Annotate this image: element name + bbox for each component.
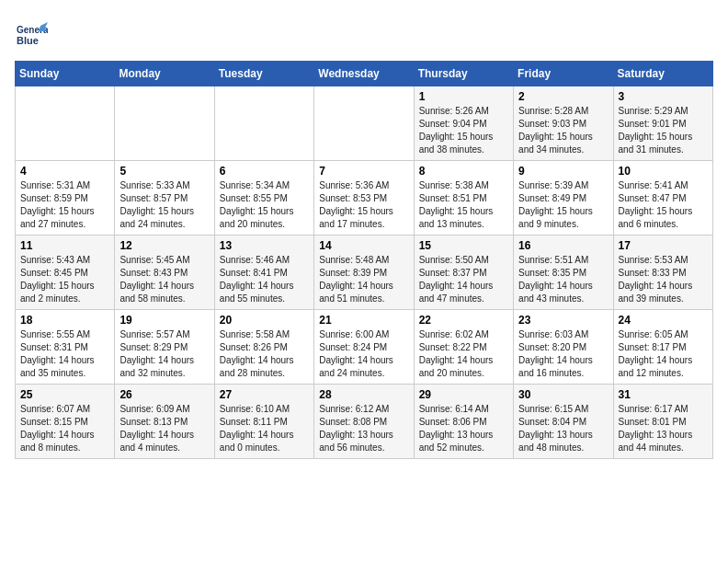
calendar-cell: 14Sunrise: 5:48 AM Sunset: 8:39 PM Dayli… [314,236,414,310]
day-header-tuesday: Tuesday [214,62,313,86]
day-number: 24 [619,314,708,327]
calendar-cell: 24Sunrise: 6:05 AM Sunset: 8:17 PM Dayli… [613,310,712,385]
day-number: 8 [419,165,508,178]
day-number: 30 [518,388,608,401]
calendar-cell: 23Sunrise: 6:03 AM Sunset: 8:20 PM Dayli… [514,310,613,385]
day-header-wednesday: Wednesday [314,62,414,86]
day-header-friday: Friday [514,62,613,86]
calendar-week-5: 25Sunrise: 6:07 AM Sunset: 8:15 PM Dayli… [16,385,713,459]
day-header-sunday: Sunday [16,62,115,86]
day-info: Sunrise: 5:41 AM Sunset: 8:47 PM Dayligh… [619,179,708,231]
day-info: Sunrise: 6:12 AM Sunset: 8:08 PM Dayligh… [319,403,408,454]
logo-icon: General Blue [15,18,48,52]
day-info: Sunrise: 5:34 AM Sunset: 8:55 PM Dayligh… [220,179,309,231]
day-info: Sunrise: 5:46 AM Sunset: 8:41 PM Dayligh… [220,254,309,305]
day-number: 25 [20,388,109,401]
day-number: 19 [119,314,209,327]
day-number: 3 [619,90,708,103]
day-number: 1 [419,90,508,103]
day-number: 21 [319,314,408,327]
day-info: Sunrise: 6:03 AM Sunset: 8:20 PM Dayligh… [518,328,608,380]
day-number: 15 [419,239,508,252]
day-info: Sunrise: 5:51 AM Sunset: 8:35 PM Dayligh… [518,254,608,305]
calendar-cell: 13Sunrise: 5:46 AM Sunset: 8:41 PM Dayli… [214,236,313,310]
calendar-cell [214,86,313,161]
calendar-cell: 3Sunrise: 5:29 AM Sunset: 9:01 PM Daylig… [613,86,712,161]
day-info: Sunrise: 6:14 AM Sunset: 8:06 PM Dayligh… [419,403,508,454]
day-info: Sunrise: 6:09 AM Sunset: 8:13 PM Dayligh… [119,403,209,454]
svg-text:Blue: Blue [17,35,39,46]
calendar-week-1: 1Sunrise: 5:26 AM Sunset: 9:04 PM Daylig… [16,86,713,161]
day-info: Sunrise: 6:15 AM Sunset: 8:04 PM Dayligh… [518,403,608,454]
calendar-cell: 20Sunrise: 5:58 AM Sunset: 8:26 PM Dayli… [214,310,313,385]
calendar-cell [115,86,214,161]
day-number: 26 [119,388,209,401]
day-info: Sunrise: 5:48 AM Sunset: 8:39 PM Dayligh… [319,254,408,305]
calendar-cell: 19Sunrise: 5:57 AM Sunset: 8:29 PM Dayli… [115,310,214,385]
day-info: Sunrise: 5:58 AM Sunset: 8:26 PM Dayligh… [220,328,309,380]
day-header-saturday: Saturday [613,62,712,86]
day-number: 29 [419,388,508,401]
day-info: Sunrise: 5:28 AM Sunset: 9:03 PM Dayligh… [518,105,608,156]
day-number: 2 [518,90,608,103]
day-number: 13 [220,239,309,252]
day-info: Sunrise: 5:45 AM Sunset: 8:43 PM Dayligh… [119,254,209,305]
calendar-cell: 6Sunrise: 5:34 AM Sunset: 8:55 PM Daylig… [214,161,313,236]
day-info: Sunrise: 5:31 AM Sunset: 8:59 PM Dayligh… [20,179,109,231]
day-info: Sunrise: 6:05 AM Sunset: 8:17 PM Dayligh… [619,328,708,380]
calendar-cell: 29Sunrise: 6:14 AM Sunset: 8:06 PM Dayli… [414,385,513,459]
day-number: 22 [419,314,508,327]
day-info: Sunrise: 5:33 AM Sunset: 8:57 PM Dayligh… [119,179,209,231]
calendar-cell: 18Sunrise: 5:55 AM Sunset: 8:31 PM Dayli… [16,310,115,385]
calendar-week-4: 18Sunrise: 5:55 AM Sunset: 8:31 PM Dayli… [16,310,713,385]
day-info: Sunrise: 6:07 AM Sunset: 8:15 PM Dayligh… [20,403,109,454]
calendar-cell: 27Sunrise: 6:10 AM Sunset: 8:11 PM Dayli… [214,385,313,459]
day-number: 18 [20,314,109,327]
calendar-cell: 31Sunrise: 6:17 AM Sunset: 8:01 PM Dayli… [613,385,712,459]
page-header: General Blue [15,15,713,52]
calendar-cell: 30Sunrise: 6:15 AM Sunset: 8:04 PM Dayli… [514,385,613,459]
day-info: Sunrise: 6:17 AM Sunset: 8:01 PM Dayligh… [619,403,708,454]
calendar-cell: 16Sunrise: 5:51 AM Sunset: 8:35 PM Dayli… [514,236,613,310]
day-number: 17 [619,239,708,252]
day-number: 20 [220,314,309,327]
day-number: 12 [119,239,209,252]
day-number: 9 [518,165,608,178]
calendar-cell: 1Sunrise: 5:26 AM Sunset: 9:04 PM Daylig… [414,86,513,161]
day-number: 7 [319,165,408,178]
calendar-cell: 12Sunrise: 5:45 AM Sunset: 8:43 PM Dayli… [115,236,214,310]
calendar-cell [314,86,414,161]
day-info: Sunrise: 5:43 AM Sunset: 8:45 PM Dayligh… [20,254,109,305]
calendar-cell: 8Sunrise: 5:38 AM Sunset: 8:51 PM Daylig… [414,161,513,236]
day-info: Sunrise: 5:39 AM Sunset: 8:49 PM Dayligh… [518,179,608,231]
calendar-cell: 11Sunrise: 5:43 AM Sunset: 8:45 PM Dayli… [16,236,115,310]
calendar-week-3: 11Sunrise: 5:43 AM Sunset: 8:45 PM Dayli… [16,236,713,310]
day-info: Sunrise: 5:57 AM Sunset: 8:29 PM Dayligh… [119,328,209,380]
logo: General Blue [15,18,51,52]
day-info: Sunrise: 5:50 AM Sunset: 8:37 PM Dayligh… [419,254,508,305]
calendar-cell: 25Sunrise: 6:07 AM Sunset: 8:15 PM Dayli… [16,385,115,459]
day-info: Sunrise: 5:38 AM Sunset: 8:51 PM Dayligh… [419,179,508,231]
calendar-cell: 22Sunrise: 6:02 AM Sunset: 8:22 PM Dayli… [414,310,513,385]
day-number: 31 [619,388,708,401]
calendar-cell: 26Sunrise: 6:09 AM Sunset: 8:13 PM Dayli… [115,385,214,459]
day-number: 4 [20,165,109,178]
calendar-cell: 7Sunrise: 5:36 AM Sunset: 8:53 PM Daylig… [314,161,414,236]
day-info: Sunrise: 6:02 AM Sunset: 8:22 PM Dayligh… [419,328,508,380]
day-info: Sunrise: 5:55 AM Sunset: 8:31 PM Dayligh… [20,328,109,380]
day-info: Sunrise: 5:36 AM Sunset: 8:53 PM Dayligh… [319,179,408,231]
day-number: 28 [319,388,408,401]
calendar-cell: 4Sunrise: 5:31 AM Sunset: 8:59 PM Daylig… [16,161,115,236]
day-info: Sunrise: 5:29 AM Sunset: 9:01 PM Dayligh… [619,105,708,156]
day-number: 11 [20,239,109,252]
day-number: 6 [220,165,309,178]
day-header-thursday: Thursday [414,62,513,86]
day-number: 14 [319,239,408,252]
calendar-cell: 2Sunrise: 5:28 AM Sunset: 9:03 PM Daylig… [514,86,613,161]
day-number: 10 [619,165,708,178]
day-info: Sunrise: 6:10 AM Sunset: 8:11 PM Dayligh… [220,403,309,454]
day-info: Sunrise: 5:53 AM Sunset: 8:33 PM Dayligh… [619,254,708,305]
calendar-cell [16,86,115,161]
calendar-cell: 5Sunrise: 5:33 AM Sunset: 8:57 PM Daylig… [115,161,214,236]
day-number: 16 [518,239,608,252]
